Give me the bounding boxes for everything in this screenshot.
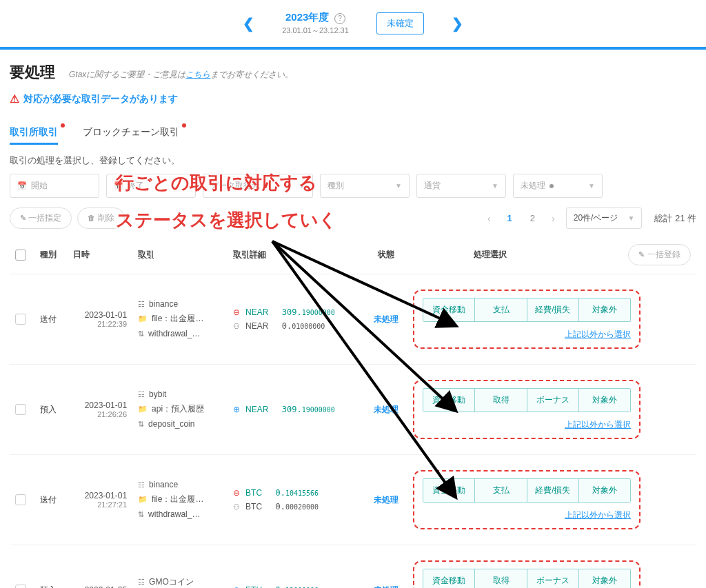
cell-type: 預入 [34,365,68,455]
table-row: 預入2023-01-05☷ GMOコイン📁 file：【2018…⊕ ETH 0… [10,545,696,589]
col-datetime: 日時 [68,236,132,274]
choice-button[interactable]: 対象外 [579,389,630,412]
choice-button[interactable]: 対象外 [579,479,630,502]
select-all-checkbox[interactable] [15,250,26,261]
choice-button[interactable]: ボーナス [527,389,579,412]
transfer-icon: ⇅ [138,508,144,522]
minus-circle-icon: ⊖ [233,488,240,498]
total-count: 総計 21 件 [654,212,696,225]
col-type: 種別 [34,236,68,274]
chevron-down-icon: ▼ [395,182,402,190]
transfer-icon: ⇅ [138,327,144,341]
filter-status[interactable]: 未処理 ▼ [513,174,603,198]
status-dot-icon [549,184,554,188]
choice-button[interactable]: 資金移動 [423,479,475,502]
status-badge[interactable]: 未確定 [376,12,424,34]
edit-icon: ✎ [638,250,645,259]
col-detail[interactable]: 取引詳細 [228,236,364,274]
choice-button[interactable]: 支払 [475,479,527,502]
row-checkbox[interactable] [15,314,26,325]
choice-button[interactable]: 対象外 [579,298,630,321]
choice-button[interactable]: 支払 [475,298,527,321]
cell-status: 未処理 [364,365,407,455]
chevron-down-icon: ▼ [492,182,498,190]
row-checkbox[interactable] [15,585,26,588]
annotation-line1: 行ごとの取引に対応する [116,171,317,195]
table-row: 預入2023-01-0121:26:26☷ bybit📁 api：預入履歴⇅ d… [10,365,696,455]
choice-button[interactable]: 資金移動 [423,298,475,321]
page-subtitle: Gtaxに関するご要望・ご意見はこちらまでお寄せください。 [69,69,293,81]
cell-datetime: 2023-01-05 [68,545,132,589]
chevron-down-icon: ▼ [588,182,595,190]
feedback-link[interactable]: こちら [185,70,210,79]
year-label: 2023年度 [285,11,329,23]
choice-group: 資金移動支払経費/損失対象外上記以外から選択 [413,470,641,529]
edit-icon: ✎ [20,214,26,222]
bulk-select-button[interactable]: ✎ 一括指定 [10,207,72,229]
cell-transaction: ☷ binance📁 file：出金履…⇅ withdrawal_… [132,274,228,365]
transfer-icon: ⇅ [138,418,144,432]
col-process: 処理選択 ✎一括登録 [407,236,696,274]
cell-transaction: ☷ binance📁 file：出金履…⇅ withdrawal_… [132,455,228,545]
choice-other-link[interactable]: 上記以外から選択 [565,510,631,520]
filter-currency[interactable]: 通貨▼ [416,174,506,198]
fee-icon: ⚇ [233,503,240,511]
year-prev-chevron[interactable]: ❮ [243,15,254,32]
cell-type: 送付 [34,455,68,545]
cell-type: 送付 [34,274,68,365]
choice-button[interactable]: 資金移動 [423,569,475,588]
choice-button[interactable]: 経費/損失 [527,479,579,502]
pager-page-1[interactable]: 1 [502,210,518,226]
choice-button[interactable]: 取得 [475,389,527,412]
choice-button[interactable]: 経費/損失 [527,298,579,321]
alert-message: ⚠ 対応が必要な取引データがあります [10,92,696,105]
year-range: 23.01.01～23.12.31 [282,26,349,36]
tab-exchange[interactable]: 取引所取引 [10,126,58,145]
top-year-bar: ❮ 2023年度 ? 23.01.01～23.12.31 未確定 ❯ [0,0,706,50]
choice-button[interactable]: ボーナス [527,569,579,588]
choice-other-link[interactable]: 上記以外から選択 [565,330,631,339]
cell-datetime: 2023-01-0121:26:26 [68,365,132,455]
cell-transaction: ☷ bybit📁 api：預入履歴⇅ deposit_coin [132,365,228,455]
help-icon[interactable]: ? [334,13,345,24]
cell-status: 未処理 [364,545,407,589]
filter-start-date[interactable]: 📅開始 [10,174,99,198]
cell-status: 未処理 [364,455,407,545]
pager-page-2[interactable]: 2 [525,210,541,226]
instruction-text: 取引の処理を選択し、登録してください。 [10,154,696,167]
pager-next[interactable]: › [547,210,559,227]
bulk-register-button[interactable]: ✎一括登録 [628,244,691,265]
page-title: 要処理 [10,62,55,83]
row-checkbox[interactable] [15,494,26,505]
choice-button[interactable]: 資金移動 [423,389,475,412]
calendar-icon: 📅 [17,181,27,190]
exchange-icon: ☷ [138,298,145,312]
col-status: 状態 [364,236,407,274]
cell-status: 未処理 [364,274,407,365]
cell-detail: ⊕ NEAR 309.19000000 [228,365,364,455]
year-next-chevron[interactable]: ❯ [452,15,463,32]
cell-detail: ⊖ BTC 0.10415566⚇ BTC 0.00020000 [228,455,364,545]
folder-icon: 📁 [138,403,148,416]
annotation-line2: ステータスを選択していく [116,208,337,232]
cell-type: 預入 [34,545,68,589]
plus-circle-icon: ⊕ [233,405,240,414]
table-row: 送付2023-01-0121:22:39☷ binance📁 file：出金履…… [10,274,696,365]
choice-button[interactable]: 対象外 [579,569,630,588]
pager-prev[interactable]: ‹ [483,210,495,227]
tab-blockchain[interactable]: ブロックチェーン取引 [83,126,179,145]
page-size-select[interactable]: 20件/ページ▼ [566,207,643,229]
cell-process: 資金移動取得ボーナス対象外上記以外から選択 [407,545,696,589]
row-checkbox[interactable] [15,404,26,415]
cell-process: 資金移動取得ボーナス対象外上記以外から選択 [407,365,696,455]
col-transaction[interactable]: 取引 [132,236,228,274]
table-row: 送付2023-01-0121:27:21☷ binance📁 file：出金履…… [10,455,696,545]
minus-circle-icon: ⊖ [233,307,240,317]
choice-other-link[interactable]: 上記以外から選択 [565,420,631,429]
choice-button[interactable]: 取得 [475,569,527,588]
folder-icon: 📁 [138,493,148,507]
choice-group: 資金移動取得ボーナス対象外上記以外から選択 [413,380,641,439]
trash-icon: 🗑 [88,214,95,222]
cell-datetime: 2023-01-0121:27:21 [68,455,132,545]
filter-type[interactable]: 種別▼ [320,174,410,198]
